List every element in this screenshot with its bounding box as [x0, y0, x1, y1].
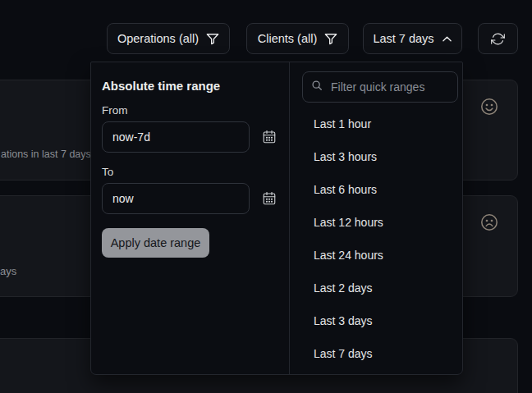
quick-range-option-last-1-hour[interactable]: Last 1 hour: [290, 107, 463, 140]
card-subtitle-partial-2: ays: [0, 265, 16, 277]
from-calendar-button[interactable]: [260, 129, 278, 147]
frowny-face-icon: [479, 212, 499, 235]
quick-range-option-last-24-hours[interactable]: Last 24 hours: [290, 239, 463, 272]
to-label: To: [102, 166, 113, 178]
search-icon: [311, 80, 323, 94]
from-label: From: [102, 104, 128, 117]
quick-range-option-last-2-days[interactable]: Last 2 days: [290, 272, 463, 304]
quick-range-filter-input[interactable]: [329, 80, 449, 94]
quick-range-option-last-12-hours[interactable]: Last 12 hours: [290, 206, 463, 239]
to-input[interactable]: [102, 183, 250, 214]
funnel-filter-icon: [206, 33, 219, 45]
to-calendar-button[interactable]: [260, 190, 278, 208]
quick-range-filter[interactable]: [302, 71, 458, 103]
quick-range-option-last-3-hours[interactable]: Last 3 hours: [290, 140, 463, 173]
calendar-icon: [262, 135, 277, 147]
funnel-filter-icon: [324, 33, 337, 45]
absolute-time-range-section: Absolute time range From: [91, 62, 289, 374]
refresh-sync-icon: [491, 32, 505, 46]
time-range-picker-button[interactable]: Last 7 days: [363, 23, 462, 54]
chevron-up-icon: [442, 34, 452, 43]
quick-range-list: Last 1 hour Last 3 hours Last 6 hours La…: [290, 107, 463, 370]
calendar-icon: [262, 196, 277, 208]
card-subtitle-partial: ations in last 7 days: [1, 149, 91, 160]
smiley-face-icon: [479, 97, 499, 120]
clients-filter-label: Clients (all): [258, 32, 318, 45]
dashboard-screen: ations in last 7 days ays Operations (al…: [0, 0, 532, 393]
quick-range-option-last-6-hours[interactable]: Last 6 hours: [290, 173, 463, 206]
operations-filter-button[interactable]: Operations (all): [107, 23, 230, 54]
quick-range-option-last-7-days[interactable]: Last 7 days: [290, 337, 463, 370]
refresh-button[interactable]: [478, 23, 518, 54]
apply-date-range-button[interactable]: Apply date range: [102, 228, 209, 258]
from-input[interactable]: [102, 121, 250, 153]
operations-filter-label: Operations (all): [117, 32, 199, 45]
time-picker-dropdown: Absolute time range From: [90, 62, 463, 375]
clients-filter-button[interactable]: Clients (all): [246, 23, 349, 54]
time-range-label: Last 7 days: [373, 32, 433, 45]
quick-ranges-section: Last 1 hour Last 3 hours Last 6 hours La…: [289, 62, 463, 374]
absolute-time-range-title: Absolute time range: [102, 79, 220, 93]
quick-range-option-last-3-days[interactable]: Last 3 days: [290, 304, 463, 337]
